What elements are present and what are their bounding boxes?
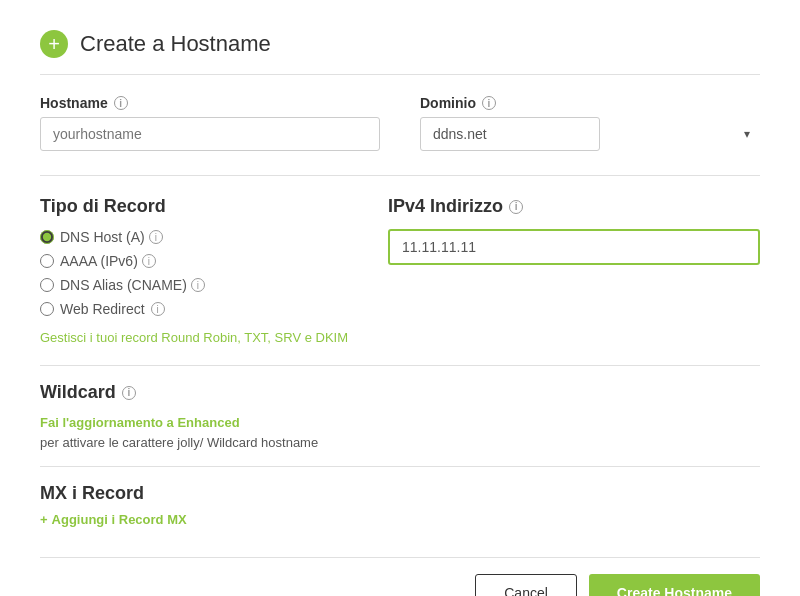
select-arrow-icon: ▾ [744, 127, 750, 141]
cancel-button[interactable]: Cancel [475, 574, 577, 596]
hostname-group: Hostname i [40, 95, 380, 151]
dominio-info-icon[interactable]: i [482, 96, 496, 110]
ipv4-col: IPv4 Indirizzo i [388, 196, 760, 345]
radio-web-redirect-input[interactable] [40, 302, 54, 316]
mx-plus-icon: + [40, 512, 48, 527]
record-type-radio-group: DNS Host (A) i AAAA (IPv6) i DNS Alias (… [40, 229, 348, 317]
hostname-input[interactable] [40, 117, 380, 151]
record-type-col: Tipo di Record DNS Host (A) i AAAA (IPv6… [40, 196, 348, 345]
button-row: Cancel Create Hostname [40, 557, 760, 596]
manage-records-link[interactable]: Gestisci i tuoi record Round Robin, TXT,… [40, 330, 348, 345]
wildcard-description: per attivare le carattere jolly/ Wildcar… [40, 435, 318, 450]
hostname-dominio-row: Hostname i Dominio i ddns.net no-ip.org … [40, 95, 760, 151]
mx-title: MX i Record [40, 483, 760, 504]
section-divider-1 [40, 175, 760, 176]
dns-host-info-icon[interactable]: i [149, 230, 163, 244]
radio-web-redirect[interactable]: Web Redirect i [40, 301, 348, 317]
radio-aaaa[interactable]: AAAA (IPv6) i [40, 253, 348, 269]
wildcard-section: Wildcard i Fai l'aggiornamento a Enhance… [40, 365, 760, 450]
create-hostname-button[interactable]: Create Hostname [589, 574, 760, 596]
mx-add-link[interactable]: + Aggiungi i Record MX [40, 512, 760, 527]
dominio-group: Dominio i ddns.net no-ip.org hopto.org ▾ [420, 95, 760, 151]
record-type-title: Tipo di Record [40, 196, 348, 217]
modal-header: Create a Hostname [40, 30, 760, 75]
dominio-select[interactable]: ddns.net no-ip.org hopto.org [420, 117, 600, 151]
dominio-label: Dominio i [420, 95, 760, 111]
plus-circle-icon [40, 30, 68, 58]
radio-cname[interactable]: DNS Alias (CNAME) i [40, 277, 348, 293]
radio-dns-host-input[interactable] [40, 230, 54, 244]
dominio-select-wrapper: ddns.net no-ip.org hopto.org ▾ [420, 117, 760, 151]
wildcard-info-icon[interactable]: i [122, 386, 136, 400]
ipv4-input[interactable] [388, 229, 760, 265]
wildcard-title: Wildcard i [40, 382, 760, 403]
create-hostname-modal: Create a Hostname Hostname i Dominio i d… [0, 0, 800, 596]
radio-cname-input[interactable] [40, 278, 54, 292]
record-ipv4-section: Tipo di Record DNS Host (A) i AAAA (IPv6… [40, 196, 760, 345]
cname-info-icon[interactable]: i [191, 278, 205, 292]
ipv4-title: IPv4 Indirizzo i [388, 196, 760, 217]
mx-add-label: Aggiungi i Record MX [52, 512, 187, 527]
hostname-info-icon[interactable]: i [114, 96, 128, 110]
radio-aaaa-input[interactable] [40, 254, 54, 268]
aaaa-info-icon[interactable]: i [142, 254, 156, 268]
radio-dns-host[interactable]: DNS Host (A) i [40, 229, 348, 245]
ipv4-info-icon[interactable]: i [509, 200, 523, 214]
wildcard-upgrade-link[interactable]: Fai l'aggiornamento a Enhanced [40, 415, 760, 430]
mx-section: MX i Record + Aggiungi i Record MX [40, 466, 760, 527]
web-redirect-info-icon[interactable]: i [151, 302, 165, 316]
page-title: Create a Hostname [80, 31, 271, 57]
hostname-label: Hostname i [40, 95, 380, 111]
